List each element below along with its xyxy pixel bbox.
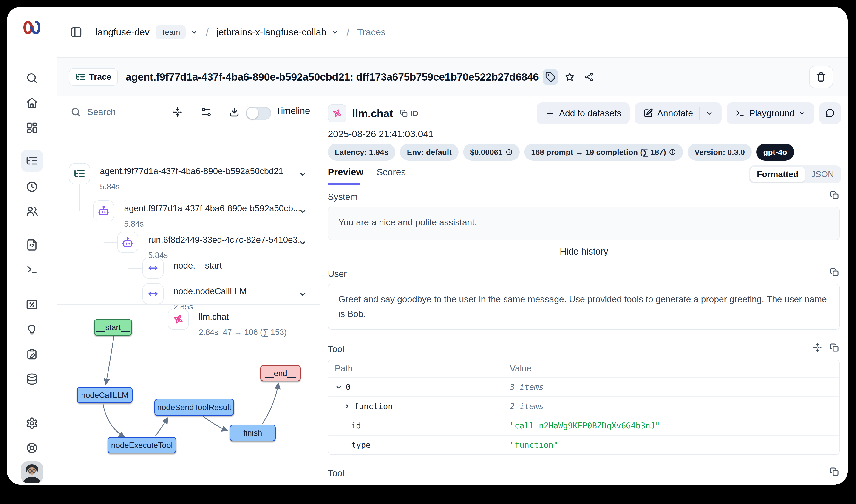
view-settings-icon[interactable] xyxy=(201,107,212,118)
prompts-icon xyxy=(25,323,38,336)
chevron-down-icon[interactable] xyxy=(706,109,713,117)
playground-button[interactable]: Playground xyxy=(727,103,814,124)
add-to-datasets-button[interactable]: Add to datasets xyxy=(537,103,630,124)
graph-node-start[interactable]: __start__ xyxy=(94,319,132,336)
chevron-down-icon[interactable] xyxy=(298,169,307,179)
info-icon[interactable] xyxy=(505,148,513,156)
json-key: 0 xyxy=(346,382,351,392)
sidebar-item-home[interactable] xyxy=(21,92,43,114)
tree-toolbar: Search Timeline xyxy=(57,96,320,127)
tool-label: Tool xyxy=(328,344,344,354)
comment-button[interactable] xyxy=(819,103,841,124)
trace-type-icon xyxy=(69,163,90,184)
share-button[interactable] xyxy=(582,69,596,85)
home-icon xyxy=(25,96,38,109)
badge-168-prompt-19-completion-187-: 168 prompt → 19 completion (∑ 187) xyxy=(524,144,683,161)
chevron-down-icon[interactable] xyxy=(335,383,342,391)
json-value: "function" xyxy=(510,440,839,450)
badge-gpt-4o: gpt-4o xyxy=(756,144,794,161)
download-icon[interactable] xyxy=(229,107,240,118)
tree-connector xyxy=(79,184,80,211)
favorite-button[interactable] xyxy=(562,69,577,85)
sidebar-item-support[interactable] xyxy=(21,437,43,459)
tab-scores[interactable]: Scores xyxy=(377,167,406,178)
metadata-badges: Latency: 1.94sEnv: default$0.00061168 pr… xyxy=(328,144,794,161)
trace-title-bar: Trace agent.f9f77d1a-437f-4ba6-890e-b592… xyxy=(57,58,848,96)
star-icon xyxy=(565,72,575,82)
generation-type-badge xyxy=(328,104,346,123)
breadcrumb-project[interactable]: langfuse-dev xyxy=(95,27,149,38)
breadcrumb-separator: / xyxy=(206,26,209,38)
agent-type-icon xyxy=(117,232,138,253)
playground-icon xyxy=(25,263,38,276)
info-icon[interactable] xyxy=(669,148,676,156)
timeline-toggle[interactable] xyxy=(246,107,271,120)
sidebar-item-prompts[interactable] xyxy=(21,318,43,340)
chevron-down-icon[interactable] xyxy=(190,28,198,36)
users-icon xyxy=(25,205,38,218)
copy-id-button[interactable]: ID xyxy=(399,109,418,118)
format-formatted[interactable]: Formatted xyxy=(750,167,805,182)
sidebar-item-settings[interactable] xyxy=(21,412,43,434)
sidebar-item-sessions[interactable] xyxy=(21,176,43,198)
tree-connector xyxy=(128,268,142,269)
graph-node-nodeSendToolResult[interactable]: nodeSendToolResult xyxy=(154,399,234,416)
tree-connector xyxy=(104,242,117,243)
chevron-down-icon[interactable] xyxy=(331,28,339,36)
badge--0-00061: $0.00061 xyxy=(463,144,520,161)
tree-search-input[interactable]: Search xyxy=(87,107,116,117)
sidebar-item-search[interactable] xyxy=(21,67,43,89)
user-message: Greet and say goodbye to the user in the… xyxy=(328,284,840,330)
chevron-down-icon[interactable] xyxy=(298,290,307,299)
tool-table-row-id[interactable]: id"call_n2HaWg9KFP0BZDqXv6G4b3nJ" xyxy=(328,416,839,435)
fold-vertical-icon[interactable] xyxy=(172,107,183,118)
sidebar-item-annotations[interactable] xyxy=(21,343,43,365)
tab-preview[interactable]: Preview xyxy=(328,167,363,178)
search-icon xyxy=(25,72,38,85)
badge-label: Env: default xyxy=(407,148,452,157)
copy-icon[interactable] xyxy=(830,267,839,277)
hide-history-button[interactable]: Hide history xyxy=(321,246,847,257)
sidebar-item-tracing[interactable] xyxy=(21,150,43,172)
trash-icon xyxy=(816,71,826,83)
sidebar-item-users[interactable] xyxy=(21,200,43,222)
unfold-vertical-icon[interactable] xyxy=(812,342,822,353)
settings-icon xyxy=(25,417,38,430)
format-json[interactable]: JSON xyxy=(806,167,839,182)
tree-item-label: agent.f9f77d1a-437f-4ba6-890e-b592a50cbd… xyxy=(100,166,284,176)
tracing-icon xyxy=(25,155,38,167)
graph-node-nodeCallLLM[interactable]: nodeCallLLM xyxy=(77,387,132,403)
sidebar-item-playground[interactable] xyxy=(21,259,43,281)
graph-node-finish[interactable]: __finish__ xyxy=(230,425,276,441)
tool-table-row-0[interactable]: 03 items xyxy=(328,377,839,396)
chevron-down-icon[interactable] xyxy=(298,238,307,247)
copy-icon[interactable] xyxy=(830,467,839,477)
sidebar-item-scores[interactable] xyxy=(21,293,43,316)
tree-item-duration: 5.84s xyxy=(124,219,144,228)
graph-node-end[interactable]: __end__ xyxy=(260,365,301,381)
generation-pinwheel-icon xyxy=(332,108,342,119)
user-avatar[interactable] xyxy=(21,461,43,483)
breadcrumb-page[interactable]: Traces xyxy=(357,27,386,38)
observation-detail-panel: llm.chat ID Add to datasets Annotate xyxy=(321,96,848,485)
copy-icon[interactable] xyxy=(830,190,839,200)
sidebar-item-datasets[interactable] xyxy=(21,368,43,390)
breadcrumb-org[interactable]: jetbrains-x-langfuse-collab xyxy=(216,27,326,38)
annotate-button[interactable]: Annotate xyxy=(635,103,721,124)
tool-table-row-function[interactable]: function2 items xyxy=(328,396,839,416)
code-icon xyxy=(25,238,38,251)
tag-button[interactable] xyxy=(543,69,558,85)
chevron-down-icon[interactable] xyxy=(298,207,307,216)
tool-table-row-type[interactable]: type"function" xyxy=(328,435,839,454)
copy-icon[interactable] xyxy=(830,342,839,353)
badge-label: gpt-4o xyxy=(763,148,787,157)
graph-node-nodeExecuteTool[interactable]: nodeExecuteTool xyxy=(108,437,176,453)
delete-trace-button[interactable] xyxy=(809,66,833,88)
panel-toggle-icon[interactable] xyxy=(70,26,83,39)
sidebar-item-dashboard[interactable] xyxy=(21,117,43,139)
tool2-label: Tool xyxy=(328,468,344,478)
copy-icon xyxy=(399,109,408,118)
badge-label: Version: 0.3.0 xyxy=(695,148,745,157)
chevron-right-icon[interactable] xyxy=(343,402,351,410)
sidebar-item-code[interactable] xyxy=(21,233,43,255)
